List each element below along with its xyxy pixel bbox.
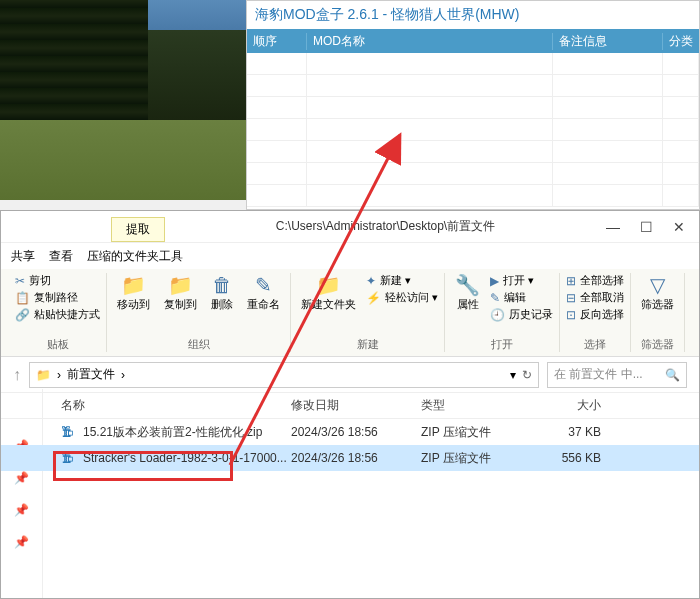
file-type: ZIP 压缩文件 bbox=[421, 450, 531, 467]
filter-button[interactable]: ▽筛选器 bbox=[637, 273, 678, 314]
copy-path-button[interactable]: 📋复制路径 bbox=[15, 290, 100, 305]
rename-icon: ✎ bbox=[255, 275, 272, 295]
zip-icon: 🗜 bbox=[61, 425, 79, 439]
address-dropdown-icon[interactable]: ▾ bbox=[510, 368, 516, 382]
address-bar[interactable]: 📁 › 前置文件 › ▾ ↻ bbox=[29, 362, 539, 388]
new-icon: ✦ bbox=[366, 274, 376, 288]
pin-icon[interactable]: 📌 bbox=[14, 471, 29, 485]
pin-icon[interactable]: 📌 bbox=[14, 535, 29, 549]
copy-icon: 📁 bbox=[168, 275, 193, 295]
menu-zip-tools[interactable]: 压缩的文件夹工具 bbox=[87, 248, 183, 265]
search-box[interactable]: 在 前置文件 中... 🔍 bbox=[547, 362, 687, 388]
select-none-icon: ⊟ bbox=[566, 291, 576, 305]
menu-share[interactable]: 共享 bbox=[11, 248, 35, 265]
col-name[interactable]: 名称 bbox=[61, 397, 291, 414]
group-new: 新建 bbox=[297, 337, 438, 352]
file-type: ZIP 压缩文件 bbox=[421, 424, 531, 441]
edit-icon: ✎ bbox=[490, 291, 500, 305]
file-list-header: 名称 修改日期 类型 大小 bbox=[1, 393, 699, 419]
explorer-titlebar[interactable]: 提取 C:\Users\Administrator\Desktop\前置文件 —… bbox=[1, 211, 699, 243]
game-screenshot bbox=[0, 0, 246, 200]
minimize-button[interactable]: — bbox=[606, 219, 620, 235]
paste-shortcut-button[interactable]: 🔗粘贴快捷方式 bbox=[15, 307, 100, 322]
file-size: 37 KB bbox=[531, 425, 611, 439]
path-icon: 📋 bbox=[15, 291, 30, 305]
group-select: 选择 bbox=[566, 337, 624, 352]
properties-button[interactable]: 🔧属性 bbox=[451, 273, 484, 314]
col-order[interactable]: 顺序 bbox=[247, 33, 307, 50]
file-size: 556 KB bbox=[531, 451, 611, 465]
new-folder-icon: 📁 bbox=[316, 275, 341, 295]
edit-button[interactable]: ✎编辑 bbox=[490, 290, 553, 305]
breadcrumb-sep: › bbox=[121, 368, 125, 382]
select-all-icon: ⊞ bbox=[566, 274, 576, 288]
col-modname[interactable]: MOD名称 bbox=[307, 33, 553, 50]
col-remark[interactable]: 备注信息 bbox=[553, 33, 663, 50]
close-button[interactable]: ✕ bbox=[673, 219, 685, 235]
breadcrumb-folder[interactable]: 前置文件 bbox=[67, 366, 115, 383]
nav-up-button[interactable]: ↑ bbox=[13, 366, 21, 384]
search-icon[interactable]: 🔍 bbox=[665, 368, 680, 382]
copy-to-button[interactable]: 📁复制到 bbox=[160, 273, 201, 314]
select-none-button[interactable]: ⊟全部取消 bbox=[566, 290, 624, 305]
col-type[interactable]: 类型 bbox=[421, 397, 531, 414]
move-icon: 📁 bbox=[121, 275, 146, 295]
pin-icon[interactable]: 📌 bbox=[14, 503, 29, 517]
rename-button[interactable]: ✎重命名 bbox=[243, 273, 284, 314]
file-date: 2024/3/26 18:56 bbox=[291, 451, 421, 465]
maximize-button[interactable]: ☐ bbox=[640, 219, 653, 235]
mod-table-header: 顺序 MOD名称 备注信息 分类 bbox=[247, 29, 699, 53]
file-list[interactable]: 🗜15.21版本必装前置2-性能优化.zip 2024/3/26 18:56 Z… bbox=[1, 419, 699, 471]
group-clipboard: 贴板 bbox=[15, 337, 100, 352]
easy-access-button[interactable]: ⚡轻松访问 ▾ bbox=[366, 290, 438, 305]
select-all-button[interactable]: ⊞全部选择 bbox=[566, 273, 624, 288]
address-bar-row: ↑ 📁 › 前置文件 › ▾ ↻ 在 前置文件 中... 🔍 bbox=[1, 357, 699, 393]
explorer-menubar: 共享 查看 压缩的文件夹工具 bbox=[1, 243, 699, 269]
col-category[interactable]: 分类 bbox=[663, 33, 699, 50]
filter-icon: ▽ bbox=[650, 275, 665, 295]
window-title-path: C:\Users\Administrator\Desktop\前置文件 bbox=[165, 218, 606, 235]
trash-icon: 🗑 bbox=[212, 275, 232, 295]
open-icon: ▶ bbox=[490, 274, 499, 288]
refresh-button[interactable]: ↻ bbox=[522, 368, 532, 382]
move-to-button[interactable]: 📁移动到 bbox=[113, 273, 154, 314]
file-date: 2024/3/26 18:56 bbox=[291, 425, 421, 439]
group-open: 打开 bbox=[451, 337, 553, 352]
ribbon: ✂剪切 📋复制路径 🔗粘贴快捷方式 贴板 📁移动到 📁复制到 🗑删除 ✎重命名 … bbox=[1, 269, 699, 357]
breadcrumb-sep: › bbox=[57, 368, 61, 382]
invert-icon: ⊡ bbox=[566, 308, 576, 322]
new-folder-button[interactable]: 📁新建文件夹 bbox=[297, 273, 360, 314]
file-row[interactable]: 🗜Stracker's Loader-1982-3-0-1-17000... 2… bbox=[1, 445, 699, 471]
properties-icon: 🔧 bbox=[455, 275, 480, 295]
search-placeholder: 在 前置文件 中... bbox=[554, 366, 643, 383]
access-icon: ⚡ bbox=[366, 291, 381, 305]
mod-app-title: 海豹MOD盒子 2.6.1 - 怪物猎人世界(MHW) bbox=[247, 1, 699, 29]
delete-button[interactable]: 🗑删除 bbox=[207, 273, 237, 314]
new-item-button[interactable]: ✦新建 ▾ bbox=[366, 273, 438, 288]
group-filter: 筛选器 bbox=[637, 337, 678, 352]
mod-table-body[interactable] bbox=[247, 53, 699, 207]
group-organize: 组织 bbox=[113, 337, 284, 352]
shortcut-icon: 🔗 bbox=[15, 308, 30, 322]
history-button[interactable]: 🕘历史记录 bbox=[490, 307, 553, 322]
file-name: Stracker's Loader-1982-3-0-1-17000... bbox=[83, 451, 287, 465]
scissors-icon: ✂ bbox=[15, 274, 25, 288]
ribbon-tab-extract[interactable]: 提取 bbox=[111, 217, 165, 242]
open-button[interactable]: ▶打开 ▾ bbox=[490, 273, 553, 288]
folder-icon: 📁 bbox=[36, 368, 51, 382]
file-row[interactable]: 🗜15.21版本必装前置2-性能优化.zip 2024/3/26 18:56 Z… bbox=[1, 419, 699, 445]
col-date[interactable]: 修改日期 bbox=[291, 397, 421, 414]
explorer-window: 提取 C:\Users\Administrator\Desktop\前置文件 —… bbox=[0, 210, 700, 599]
history-icon: 🕘 bbox=[490, 308, 505, 322]
col-size[interactable]: 大小 bbox=[531, 397, 611, 414]
file-name: 15.21版本必装前置2-性能优化.zip bbox=[83, 424, 262, 441]
zip-icon: 🗜 bbox=[61, 451, 79, 465]
menu-view[interactable]: 查看 bbox=[49, 248, 73, 265]
cut-button[interactable]: ✂剪切 bbox=[15, 273, 100, 288]
mod-manager-window: 海豹MOD盒子 2.6.1 - 怪物猎人世界(MHW) 顺序 MOD名称 备注信… bbox=[246, 0, 700, 210]
invert-selection-button[interactable]: ⊡反向选择 bbox=[566, 307, 624, 322]
